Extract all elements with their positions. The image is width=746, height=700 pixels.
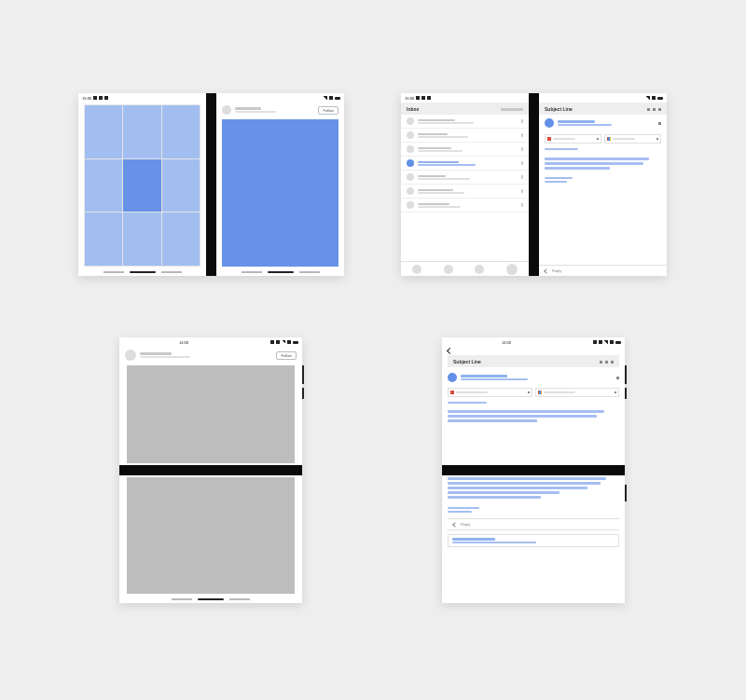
wifi-icon [652, 96, 656, 100]
reply-footer[interactable]: Reply [539, 265, 667, 276]
gallery-tile-selected[interactable] [123, 159, 160, 213]
photo-top[interactable] [127, 365, 295, 463]
inbox-row-selected[interactable] [401, 157, 529, 171]
row-sender-placeholder [418, 147, 451, 149]
profile-name-block [235, 107, 314, 113]
nav-recent-icon[interactable] [161, 271, 182, 273]
row-subject-placeholder [418, 164, 476, 166]
gallery-tile[interactable] [123, 213, 160, 266]
chevron-right-icon [521, 119, 523, 123]
inbox-row[interactable] [401, 199, 529, 213]
inbox-row[interactable] [401, 171, 529, 185]
device-gallery-dual: 19:30 [78, 93, 344, 276]
reply-footer[interactable]: Reply [448, 518, 619, 530]
profile-header: Follow [216, 103, 344, 117]
nav-back-icon[interactable] [104, 271, 124, 273]
delete-icon[interactable] [605, 361, 608, 364]
tab-mail-icon[interactable] [412, 265, 421, 274]
email-thread-cont: Reply [448, 477, 619, 603]
spacer [448, 501, 619, 505]
inbox-row[interactable] [401, 143, 529, 157]
expand-icon[interactable] [616, 377, 619, 379]
inbox-list[interactable] [401, 115, 529, 261]
power-button[interactable] [625, 388, 627, 399]
chevron-right-icon [521, 133, 523, 137]
status-dot-icon [104, 96, 108, 100]
hinge [442, 465, 625, 475]
attach-more-icon[interactable] [528, 391, 530, 393]
back-icon[interactable] [447, 348, 453, 354]
profile-name-placeholder [235, 107, 261, 110]
tab-compose-icon[interactable] [506, 264, 518, 275]
expand-icon[interactable] [658, 122, 661, 125]
more-icon[interactable] [658, 108, 661, 111]
body-line [448, 402, 487, 404]
follow-button[interactable]: Follow [318, 106, 338, 115]
attachment-pdf[interactable] [448, 388, 532, 397]
archive-icon[interactable] [600, 361, 602, 364]
attachment-slides[interactable] [535, 388, 620, 397]
row-sender-placeholder [418, 161, 459, 163]
volume-button[interactable] [625, 485, 627, 501]
nav-recent-icon[interactable] [229, 598, 250, 600]
profile-meta-placeholder [140, 356, 190, 358]
device-email-single: 14:00 Subject Line [442, 337, 625, 603]
nav-recent-icon[interactable] [299, 271, 320, 273]
chevron-right-icon [521, 175, 523, 179]
nav-back-icon[interactable] [172, 598, 192, 600]
device-email-dual: 19:30 Inbox [401, 93, 667, 276]
attachment-pdf[interactable] [545, 134, 601, 144]
nav-home-icon[interactable] [198, 598, 224, 600]
inbox-row[interactable] [401, 129, 529, 143]
status-bar: 14:00 [119, 337, 302, 347]
volume-button[interactable] [625, 365, 627, 384]
archive-icon[interactable] [647, 108, 650, 111]
attach-more-icon[interactable] [615, 391, 616, 393]
avatar[interactable] [125, 350, 136, 361]
volume-button[interactable] [302, 365, 304, 384]
body-line [448, 415, 597, 418]
attach-more-icon[interactable] [656, 138, 658, 140]
quote-from-placeholder [452, 538, 495, 541]
nav-home-icon[interactable] [268, 271, 294, 273]
slides-icon [538, 391, 542, 394]
slides-icon [607, 137, 611, 141]
sender-avatar[interactable] [448, 373, 457, 382]
gallery-tile[interactable] [162, 159, 200, 213]
tab-calendar-icon[interactable] [444, 265, 453, 274]
nav-back-icon[interactable] [242, 271, 262, 273]
body-line [545, 158, 649, 160]
inbox-row[interactable] [401, 185, 529, 199]
device-profile-single: 14:00 Follow [119, 337, 302, 603]
quoted-message[interactable] [448, 534, 619, 547]
inbox-row[interactable] [401, 115, 529, 129]
photo-bottom[interactable] [127, 477, 295, 594]
from-lines [461, 375, 613, 380]
gallery-tile[interactable] [85, 159, 122, 213]
gallery-tile[interactable] [85, 213, 122, 266]
follow-button[interactable]: Follow [276, 351, 297, 360]
more-icon[interactable] [611, 361, 614, 364]
attachment-slides[interactable] [604, 134, 661, 144]
email-body-cont [448, 477, 619, 513]
avatar[interactable] [222, 105, 231, 115]
attach-more-icon[interactable] [597, 138, 599, 140]
power-button[interactable] [302, 388, 304, 399]
profile-name-placeholder [140, 352, 172, 355]
gallery-tile[interactable] [85, 105, 122, 158]
nav-indicator [78, 271, 206, 273]
gallery-tile[interactable] [162, 105, 200, 158]
gallery-tile[interactable] [123, 105, 160, 158]
chevron-right-icon [521, 189, 523, 193]
nav-home-icon[interactable] [130, 271, 156, 273]
gallery-tile[interactable] [162, 213, 200, 266]
row-sender-placeholder [418, 203, 449, 205]
photo-viewport[interactable] [222, 119, 338, 267]
delete-icon[interactable] [653, 108, 656, 111]
body-line [545, 148, 578, 150]
gallery-grid[interactable] [84, 104, 200, 267]
sender-avatar[interactable] [545, 118, 554, 128]
pdf-icon [547, 137, 551, 141]
tab-people-icon[interactable] [475, 265, 484, 274]
status-dot-icon [421, 96, 425, 100]
